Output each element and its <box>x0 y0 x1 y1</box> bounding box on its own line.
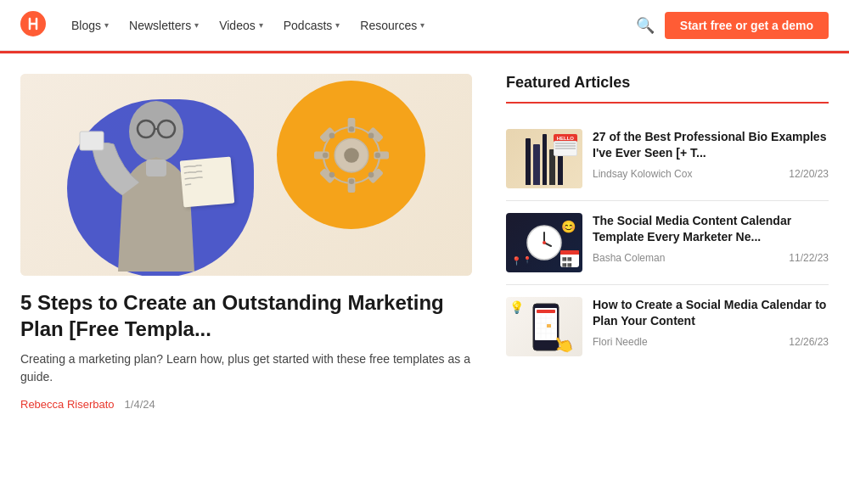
svg-rect-24 <box>80 132 104 150</box>
featured-article-3[interactable]: 👆 💡 How to Create a Social Media Calenda… <box>506 285 829 368</box>
article-info-3: How to Create a Social Media Calendar to… <box>593 297 829 356</box>
cta-button[interactable]: Start free or get a demo <box>665 12 829 39</box>
nav-links: Blogs ▾ Newsletters ▾ Videos ▾ Podcasts … <box>63 14 636 37</box>
name-tag <box>554 141 577 156</box>
article-author-3: Flori Needle <box>593 336 648 348</box>
article-info-1: 27 of the Best Professional Bio Examples… <box>593 129 829 188</box>
main-content: ════════════════════ 5 Steps to Create a… <box>0 53 849 438</box>
sticky-note: ════════════════════ <box>180 156 235 207</box>
chevron-down-icon: ▾ <box>259 20 263 30</box>
article-date-1: 12/20/23 <box>789 168 829 180</box>
chevron-down-icon: ▾ <box>194 20 199 30</box>
nav-right: 🔍 Start free or get a demo <box>636 12 829 39</box>
svg-rect-32 <box>537 310 555 313</box>
article-title-2[interactable]: The Social Media Content Calendar Templa… <box>593 213 829 245</box>
chevron-down-icon: ▾ <box>104 20 109 30</box>
hero-date: 1/4/24 <box>125 398 155 411</box>
featured-article-2[interactable]: 😊 ▦▦▦▦ 📍 📍 The Social Media Content Cale… <box>506 201 829 285</box>
clock-scene: 😊 ▦▦▦▦ 📍 📍 <box>506 213 582 272</box>
svg-point-14 <box>322 152 328 158</box>
svg-rect-25 <box>146 160 166 176</box>
svg-point-12 <box>348 126 354 132</box>
svg-point-16 <box>329 132 335 138</box>
orange-gear-circle <box>277 81 425 229</box>
svg-point-3 <box>344 148 359 163</box>
lightbulb-icon: 💡 <box>509 300 524 314</box>
hubspot-logo[interactable] <box>20 11 46 40</box>
calendar-mini: ▦▦▦▦ <box>560 250 579 267</box>
nav-item-newsletters[interactable]: Newsletters ▾ <box>121 14 207 37</box>
article-date-2: 11/22/23 <box>789 252 829 264</box>
svg-rect-40 <box>547 324 551 328</box>
article-thumb-2: 😊 ▦▦▦▦ 📍 📍 <box>506 213 582 272</box>
featured-articles: Featured Articles HELLO <box>506 74 829 411</box>
article-date-3: 12/26/23 <box>789 336 829 348</box>
article-meta-1: Lindsay Kolowich Cox 12/20/23 <box>593 168 829 180</box>
hero-meta: Rebecca Riserbato 1/4/24 <box>20 398 472 411</box>
article-thumb-3: 👆 💡 <box>506 297 582 356</box>
svg-point-17 <box>368 132 374 138</box>
nav-item-resources[interactable]: Resources ▾ <box>351 14 433 37</box>
chevron-down-icon: ▾ <box>420 20 424 30</box>
location-pins: 📍 📍 <box>511 256 531 266</box>
article-info-2: The Social Media Content Calendar Templa… <box>593 213 829 272</box>
hero-article: ════════════════════ 5 Steps to Create a… <box>20 74 472 411</box>
nav-item-blogs[interactable]: Blogs ▾ <box>63 14 117 37</box>
emoji-face: 😊 <box>561 220 576 233</box>
hero-person <box>46 82 284 276</box>
article-thumb-1: HELLO <box>506 129 582 188</box>
hero-author[interactable]: Rebecca Riserbato <box>20 398 115 411</box>
svg-point-29 <box>543 241 546 244</box>
article-title-3[interactable]: How to Create a Social Media Calendar to… <box>593 297 829 329</box>
nav-item-videos[interactable]: Videos ▾ <box>211 14 272 37</box>
calendar-scene: 👆 💡 <box>506 297 582 356</box>
svg-point-15 <box>374 152 380 158</box>
chevron-down-icon: ▾ <box>335 20 340 30</box>
search-icon[interactable]: 🔍 <box>636 16 655 35</box>
article-title-1[interactable]: 27 of the Best Professional Bio Examples… <box>593 129 829 161</box>
svg-point-18 <box>329 171 335 177</box>
nav-item-podcasts[interactable]: Podcasts ▾ <box>275 14 349 37</box>
svg-point-13 <box>348 178 354 184</box>
svg-point-19 <box>368 171 374 177</box>
gear-icon <box>305 109 398 202</box>
featured-divider <box>506 102 829 104</box>
hero-title[interactable]: 5 Steps to Create an Outstanding Marketi… <box>20 289 472 342</box>
featured-section-title: Featured Articles <box>506 74 829 92</box>
hero-description: Creating a marketing plan? Learn how, pl… <box>20 350 472 386</box>
hero-image[interactable]: ════════════════════ <box>20 74 472 276</box>
navbar: Blogs ▾ Newsletters ▾ Videos ▾ Podcasts … <box>0 0 849 51</box>
article-author-1: Lindsay Kolowich Cox <box>593 168 692 180</box>
article-meta-3: Flori Needle 12/26/23 <box>593 336 829 348</box>
featured-article-1[interactable]: HELLO 27 of the Best Professional Bio Ex… <box>506 117 829 201</box>
article-author-2: Basha Coleman <box>593 252 665 264</box>
article-meta-2: Basha Coleman 11/22/23 <box>593 252 829 264</box>
